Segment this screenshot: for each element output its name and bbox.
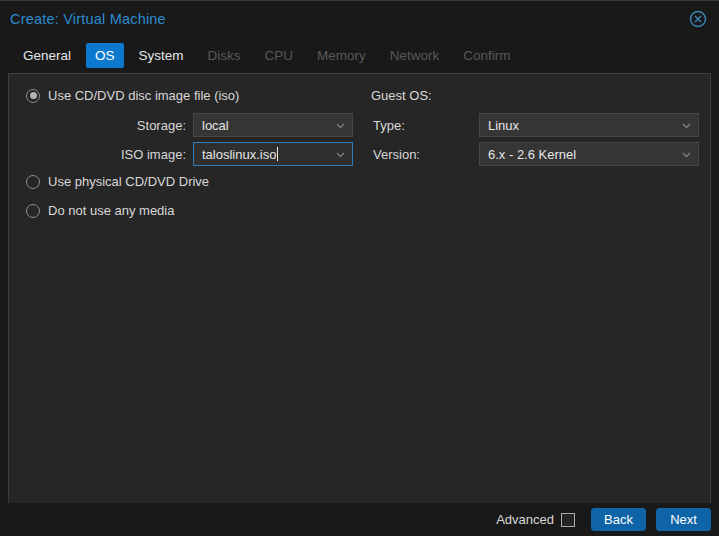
window-header: Create: Virtual Machine	[0, 1, 719, 37]
radio-no-media[interactable]: Do not use any media	[26, 203, 174, 218]
radio-physical-drive-label: Use physical CD/DVD Drive	[48, 174, 209, 189]
tab-disks: Disks	[199, 43, 250, 68]
tab-general[interactable]: General	[14, 43, 80, 68]
os-type-row: Type: Linux	[9, 113, 699, 137]
advanced-checkbox[interactable]	[561, 513, 575, 527]
radio-button-icon[interactable]	[26, 175, 40, 189]
advanced-toggle[interactable]: Advanced	[496, 512, 575, 527]
os-version-value: 6.x - 2.6 Kernel	[488, 147, 576, 162]
window-title: Create: Virtual Machine	[10, 11, 166, 27]
radio-use-iso[interactable]: Use CD/DVD disc image file (iso)	[26, 88, 239, 103]
tab-os[interactable]: OS	[86, 43, 124, 68]
os-tab-panel: Use CD/DVD disc image file (iso) Storage…	[8, 73, 711, 504]
advanced-label: Advanced	[496, 512, 554, 527]
tab-network: Network	[381, 43, 449, 68]
wizard-tabbar: General OS System Disks CPU Memory Netwo…	[0, 37, 719, 73]
os-type-label: Type:	[9, 118, 471, 133]
os-version-label: Version:	[9, 147, 471, 162]
tab-confirm: Confirm	[454, 43, 519, 68]
tab-memory: Memory	[308, 43, 375, 68]
os-version-row: Version: 6.x - 2.6 Kernel	[9, 142, 699, 166]
tab-system[interactable]: System	[130, 43, 193, 68]
chevron-down-icon[interactable]	[681, 149, 692, 160]
next-button[interactable]: Next	[656, 508, 711, 531]
os-type-value: Linux	[488, 118, 519, 133]
os-version-select[interactable]: 6.x - 2.6 Kernel	[479, 142, 699, 166]
radio-button-icon[interactable]	[26, 204, 40, 218]
radio-button-icon[interactable]	[26, 89, 40, 103]
wizard-footer: Advanced Back Next	[0, 503, 719, 536]
create-vm-dialog: { "window": { "title": "Create: Virtual …	[0, 0, 719, 536]
radio-use-iso-label: Use CD/DVD disc image file (iso)	[48, 88, 239, 103]
radio-no-media-label: Do not use any media	[48, 203, 174, 218]
back-button[interactable]: Back	[591, 508, 646, 531]
tab-cpu: CPU	[256, 43, 303, 68]
os-type-select[interactable]: Linux	[479, 113, 699, 137]
chevron-down-icon[interactable]	[681, 120, 692, 131]
radio-physical-drive[interactable]: Use physical CD/DVD Drive	[26, 174, 209, 189]
guest-os-section-label: Guest OS:	[371, 88, 432, 103]
close-icon[interactable]	[689, 10, 707, 28]
